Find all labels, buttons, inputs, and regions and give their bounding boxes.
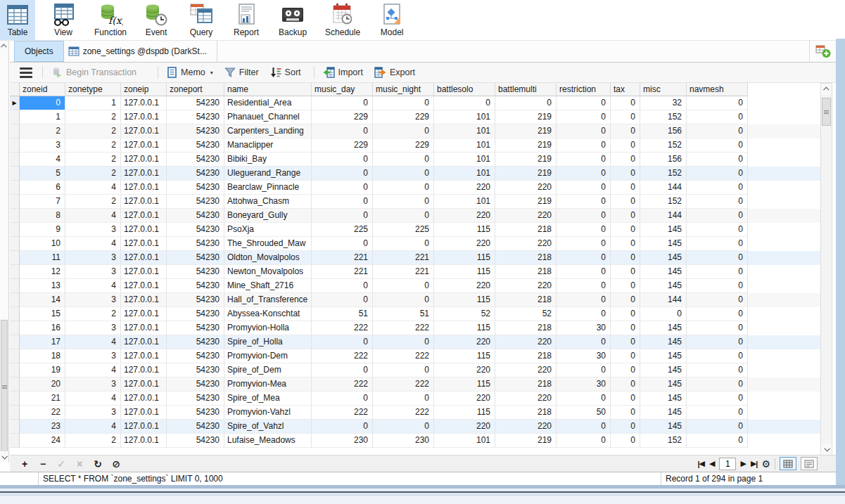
- cell[interactable]: 3: [65, 321, 121, 335]
- cell[interactable]: 127.0.0.1: [121, 335, 167, 349]
- cell[interactable]: 229: [312, 110, 373, 124]
- cell[interactable]: 127.0.0.1: [121, 265, 167, 279]
- row-header[interactable]: [10, 377, 20, 392]
- cell[interactable]: 0: [687, 223, 748, 237]
- cell[interactable]: 115: [434, 377, 495, 392]
- cell[interactable]: 54230: [167, 265, 224, 279]
- cell[interactable]: 0: [557, 392, 611, 406]
- cell[interactable]: 0: [611, 209, 640, 223]
- cell[interactable]: 145: [640, 377, 687, 392]
- cell[interactable]: 220: [434, 209, 495, 223]
- form-view-button[interactable]: [801, 457, 818, 470]
- cell[interactable]: 54230: [167, 96, 224, 110]
- cell[interactable]: 4: [65, 237, 121, 251]
- memo-dropdown-caret[interactable]: ▾: [210, 70, 213, 76]
- cell[interactable]: 152: [640, 110, 687, 124]
- cell[interactable]: 0: [373, 335, 434, 349]
- cell[interactable]: 0: [557, 251, 611, 265]
- cell[interactable]: 15: [20, 307, 65, 321]
- cell[interactable]: Uleguerand_Range: [224, 167, 312, 181]
- cell[interactable]: 0: [312, 124, 373, 138]
- cell[interactable]: 0: [687, 124, 748, 138]
- cell[interactable]: 54230: [167, 335, 224, 349]
- cell[interactable]: 229: [373, 138, 434, 153]
- ribbon-table-button[interactable]: Table: [0, 0, 35, 40]
- cell[interactable]: 0: [611, 349, 640, 363]
- cell[interactable]: 220: [434, 181, 495, 195]
- cell[interactable]: 127.0.0.1: [121, 293, 167, 307]
- cell[interactable]: 51: [373, 307, 434, 321]
- cell[interactable]: 0: [373, 153, 434, 167]
- cell[interactable]: 0: [373, 124, 434, 138]
- cell[interactable]: 4: [65, 335, 121, 349]
- cell[interactable]: 220: [495, 335, 557, 349]
- cell[interactable]: 218: [495, 223, 557, 237]
- left-scrollbar-thumb[interactable]: [1, 320, 8, 453]
- column-header-misc[interactable]: misc: [640, 83, 687, 96]
- cell[interactable]: 0: [557, 293, 611, 307]
- cell[interactable]: 0: [20, 96, 65, 110]
- cell[interactable]: 0: [687, 279, 748, 293]
- cell[interactable]: 0: [687, 209, 748, 223]
- cell[interactable]: 127.0.0.1: [121, 96, 167, 110]
- ribbon-event-button[interactable]: Event: [138, 0, 174, 40]
- cell[interactable]: Promyvion-Dem: [224, 349, 312, 363]
- export-button[interactable]: Export: [369, 64, 421, 81]
- cell[interactable]: 145: [640, 349, 687, 363]
- cell[interactable]: 220: [495, 237, 557, 251]
- cell[interactable]: 0: [611, 124, 640, 138]
- cell[interactable]: 4: [65, 209, 121, 223]
- cell[interactable]: 1: [65, 96, 121, 110]
- cell[interactable]: 3: [65, 406, 121, 420]
- cell[interactable]: 0: [611, 181, 640, 195]
- row-header[interactable]: [10, 349, 20, 363]
- cell[interactable]: 101: [434, 195, 495, 209]
- cell[interactable]: 222: [312, 377, 373, 392]
- cell[interactable]: 0: [687, 363, 748, 377]
- cell[interactable]: 115: [434, 349, 495, 363]
- cell[interactable]: 0: [687, 321, 748, 335]
- cell[interactable]: 101: [434, 434, 495, 448]
- cell[interactable]: 220: [434, 279, 495, 293]
- cell[interactable]: 21: [20, 392, 65, 406]
- cell[interactable]: 2: [65, 153, 121, 167]
- cell[interactable]: 54230: [167, 251, 224, 265]
- cell[interactable]: 144: [640, 209, 687, 223]
- stop-button[interactable]: ⊘: [107, 458, 125, 470]
- cell[interactable]: 54230: [167, 181, 224, 195]
- cell[interactable]: 54230: [167, 223, 224, 237]
- cell[interactable]: 32: [640, 96, 687, 110]
- column-header-zoneip[interactable]: zoneip: [121, 83, 167, 96]
- cell[interactable]: 145: [640, 321, 687, 335]
- ribbon-backup-button[interactable]: Backup: [273, 0, 312, 40]
- ribbon-query-button[interactable]: Query: [183, 0, 220, 40]
- cell[interactable]: 0: [495, 96, 557, 110]
- cell[interactable]: Promyvion-Holla: [224, 321, 312, 335]
- cell[interactable]: 54230: [167, 153, 224, 167]
- left-scrollbar[interactable]: [0, 41, 9, 463]
- cell[interactable]: 221: [312, 251, 373, 265]
- row-header[interactable]: [10, 406, 20, 420]
- apply-changes-button[interactable]: ✓: [52, 458, 70, 470]
- cell[interactable]: 127.0.0.1: [121, 223, 167, 237]
- cell[interactable]: 14: [20, 293, 65, 307]
- column-header-tax[interactable]: tax: [611, 83, 640, 96]
- column-header-name[interactable]: name: [224, 83, 312, 96]
- cell[interactable]: 220: [495, 420, 557, 434]
- cell[interactable]: 54230: [167, 237, 224, 251]
- page-number-input[interactable]: [719, 458, 736, 470]
- sort-button[interactable]: Sort: [265, 64, 307, 81]
- cell[interactable]: 115: [434, 265, 495, 279]
- cell[interactable]: 127.0.0.1: [121, 110, 167, 124]
- cell[interactable]: 0: [373, 392, 434, 406]
- column-header-battlesolo[interactable]: battlesolo: [434, 83, 495, 96]
- cell[interactable]: 2: [65, 195, 121, 209]
- cell[interactable]: 218: [495, 251, 557, 265]
- first-page-button[interactable]: |◀: [698, 459, 705, 468]
- grid-corner-cell[interactable]: [10, 83, 20, 96]
- column-header-navmesh[interactable]: navmesh: [687, 83, 748, 96]
- cell[interactable]: 11: [20, 251, 65, 265]
- cell[interactable]: 101: [434, 138, 495, 153]
- row-header[interactable]: [10, 153, 20, 167]
- cell[interactable]: 145: [640, 420, 687, 434]
